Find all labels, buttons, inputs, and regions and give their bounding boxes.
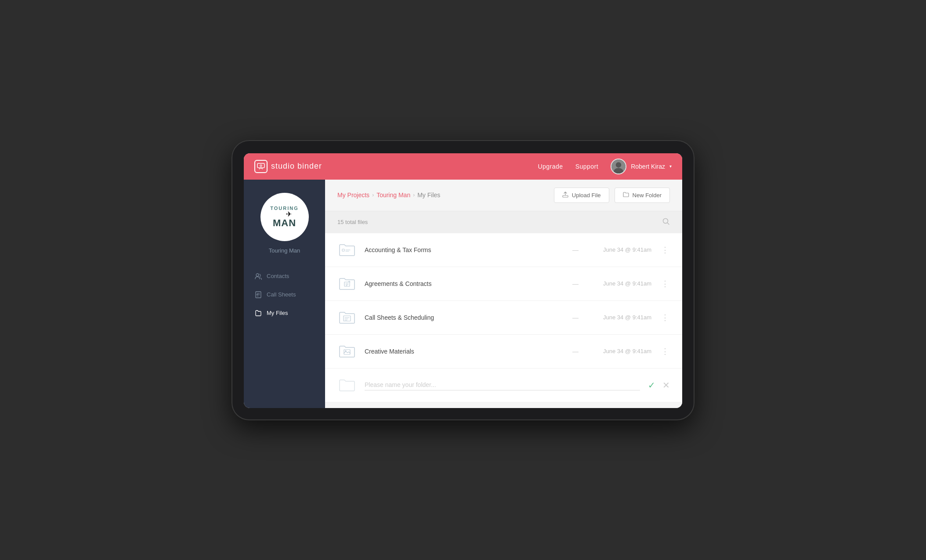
my-files-label: My Files xyxy=(267,310,288,316)
file-name: Creative Materials xyxy=(365,348,561,355)
search-button[interactable] xyxy=(662,217,670,227)
table-row[interactable]: Agreements & Contracts — June 34 @ 9:41a… xyxy=(325,267,682,301)
call-sheets-label: Call Sheets xyxy=(267,291,296,298)
file-date: June 34 @ 9:41am xyxy=(590,246,651,253)
svg-point-8 xyxy=(663,218,668,223)
file-list: Accounting & Tax Forms — June 34 @ 9:41a… xyxy=(325,233,682,402)
confirm-new-folder-button[interactable]: ✓ xyxy=(648,380,655,390)
file-dash: — xyxy=(569,314,582,321)
file-dash: — xyxy=(569,348,582,355)
svg-rect-10 xyxy=(344,282,350,286)
upload-file-button[interactable]: Upload File xyxy=(554,188,609,203)
call-sheets-icon xyxy=(254,291,262,299)
page-content: My Projects › Touring Man › My Files xyxy=(325,180,682,408)
sidebar-item-call-sheets[interactable]: Call Sheets xyxy=(244,285,325,304)
file-dash: — xyxy=(569,280,582,287)
new-folder-icon xyxy=(337,376,357,395)
breadcrumb-my-projects[interactable]: My Projects xyxy=(337,191,369,199)
file-count: 15 total files xyxy=(337,219,368,225)
svg-point-1 xyxy=(260,165,262,166)
breadcrumb-sep-2: › xyxy=(413,192,415,198)
plane-icon: ✈ xyxy=(286,210,292,218)
my-files-icon xyxy=(254,309,262,317)
svg-point-4 xyxy=(614,168,623,174)
file-area: 15 total files xyxy=(325,211,682,408)
table-row[interactable]: Accounting & Tax Forms — June 34 @ 9:41a… xyxy=(325,233,682,267)
support-link[interactable]: Support xyxy=(575,163,599,170)
file-date: June 34 @ 9:41am xyxy=(590,314,651,321)
file-name: Agreements & Contracts xyxy=(365,280,561,287)
table-row[interactable]: Call Sheets & Scheduling — June 34 @ 9:4… xyxy=(325,301,682,335)
project-name: Touring Man xyxy=(269,247,300,254)
avatar-image xyxy=(611,159,626,173)
more-options-icon[interactable]: ⋮ xyxy=(659,245,670,255)
chevron-down-icon: ▾ xyxy=(669,164,672,169)
svg-point-5 xyxy=(256,274,259,276)
folder-icon xyxy=(337,240,357,260)
new-folder-row: ✓ ✕ xyxy=(325,369,682,402)
svg-rect-7 xyxy=(563,195,568,197)
nav-right: Upgrade Support Robert Kiraz ▾ xyxy=(538,159,672,174)
logo-icon xyxy=(254,160,268,173)
header-buttons: Upload File New Folder xyxy=(554,188,670,203)
svg-rect-9 xyxy=(342,249,344,251)
upgrade-link[interactable]: Upgrade xyxy=(538,163,563,170)
user-name: Robert Kiraz xyxy=(631,163,665,170)
more-options-icon[interactable]: ⋮ xyxy=(659,313,670,322)
folder-icon xyxy=(337,308,357,327)
folder-icon xyxy=(337,274,357,293)
breadcrumb-my-files: My Files xyxy=(417,191,440,199)
page-header: My Projects › Touring Man › My Files xyxy=(325,180,682,211)
sidebar-item-contacts[interactable]: Contacts xyxy=(244,267,325,285)
table-row[interactable]: Creative Materials — June 34 @ 9:41am ⋮ xyxy=(325,335,682,369)
svg-point-3 xyxy=(616,162,621,167)
project-logo-top: TOURING xyxy=(270,206,299,211)
file-name: Call Sheets & Scheduling xyxy=(365,314,561,321)
device-screen: studio binder Upgrade Support xyxy=(244,153,682,408)
logo-area: studio binder xyxy=(254,160,538,173)
top-nav: studio binder Upgrade Support xyxy=(244,153,682,180)
folder-icon xyxy=(337,342,357,361)
upload-icon xyxy=(562,191,568,199)
new-folder-actions: ✓ ✕ xyxy=(648,380,670,390)
breadcrumb: My Projects › Touring Man › My Files xyxy=(337,191,440,199)
cancel-new-folder-button[interactable]: ✕ xyxy=(662,380,670,390)
sidebar: TOURING ✈ MAN Touring Man xyxy=(244,180,325,408)
svg-rect-0 xyxy=(257,163,264,168)
file-dash: — xyxy=(569,246,582,253)
new-folder-button[interactable]: New Folder xyxy=(615,188,670,203)
device-frame: studio binder Upgrade Support xyxy=(232,140,694,420)
breadcrumb-touring-man[interactable]: Touring Man xyxy=(376,191,410,199)
contacts-label: Contacts xyxy=(267,273,289,279)
project-logo[interactable]: TOURING ✈ MAN xyxy=(260,193,309,241)
new-folder-input[interactable] xyxy=(365,379,640,390)
new-folder-icon xyxy=(623,191,629,199)
more-options-icon[interactable]: ⋮ xyxy=(659,279,670,289)
sidebar-item-my-files[interactable]: My Files xyxy=(244,304,325,322)
file-date: June 34 @ 9:41am xyxy=(590,348,651,354)
avatar xyxy=(611,159,626,174)
file-stats-bar: 15 total files xyxy=(325,211,682,233)
svg-point-13 xyxy=(345,350,347,351)
sidebar-nav: Contacts Call Sheets xyxy=(244,267,325,322)
project-logo-bottom: MAN xyxy=(273,218,296,228)
main-content: TOURING ✈ MAN Touring Man xyxy=(244,180,682,408)
app-name: studio binder xyxy=(271,162,322,171)
user-menu[interactable]: Robert Kiraz ▾ xyxy=(611,159,672,174)
file-date: June 34 @ 9:41am xyxy=(590,280,651,287)
contacts-icon xyxy=(254,272,262,280)
breadcrumb-sep-1: › xyxy=(372,192,374,198)
more-options-icon[interactable]: ⋮ xyxy=(659,347,670,356)
file-name: Accounting & Tax Forms xyxy=(365,246,561,253)
